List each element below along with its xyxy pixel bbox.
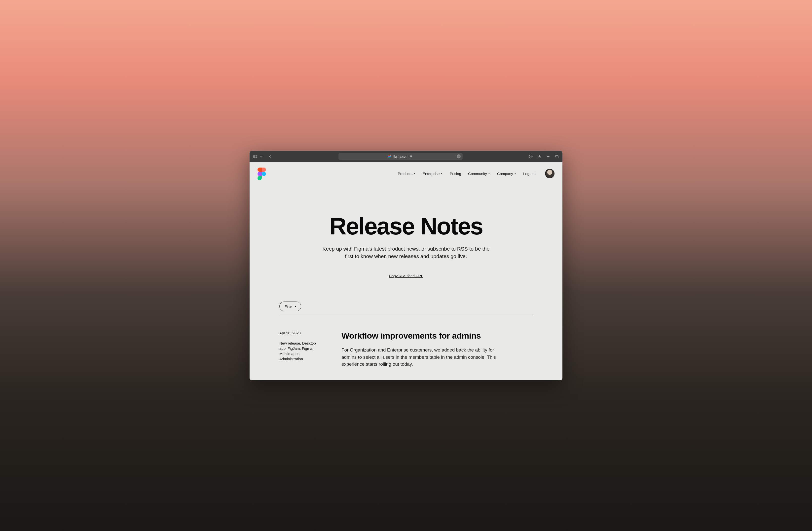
main-nav: Products▼ Enterprise▼ Pricing Community▼… [398, 169, 554, 178]
nav-label: Company [497, 171, 513, 176]
entry-body: Workflow improvements for admins For Org… [342, 331, 533, 368]
copy-rss-link[interactable]: Copy RSS feed URL [389, 274, 423, 278]
new-tab-icon[interactable] [546, 154, 550, 158]
svg-point-8 [459, 156, 459, 157]
hero: Release Notes Keep up with Figma's lates… [249, 180, 563, 296]
chevron-down-icon: ▼ [488, 172, 490, 175]
entry-title: Workflow improvements for admins [342, 331, 533, 340]
divider [279, 316, 533, 316]
nav-enterprise[interactable]: Enterprise▼ [423, 171, 443, 176]
svg-rect-16 [556, 156, 558, 158]
nav-label: Community [468, 171, 487, 176]
svg-point-9 [459, 156, 460, 157]
content-area: Filter ▾ Apr 20, 2023 New release, Deskt… [249, 296, 563, 380]
entry-date: Apr 20, 2023 [279, 331, 324, 335]
figma-favicon-icon [388, 155, 392, 158]
browser-window: figma.com [249, 151, 563, 380]
address-bar[interactable]: figma.com [338, 153, 463, 160]
page-subtitle: Keep up with Figma's latest product news… [322, 245, 490, 260]
release-entry: Apr 20, 2023 New release, Desktop app, F… [279, 331, 533, 375]
back-icon[interactable] [268, 154, 272, 158]
nav-company[interactable]: Company▼ [497, 171, 516, 176]
svg-point-3 [390, 155, 391, 156]
svg-point-17 [262, 172, 266, 176]
nav-products[interactable]: Products▼ [398, 171, 416, 176]
tabs-icon[interactable] [555, 154, 559, 158]
svg-rect-0 [253, 155, 257, 158]
filter-label: Filter [285, 304, 293, 308]
chevron-down-icon[interactable] [259, 154, 263, 158]
figma-logo[interactable] [258, 168, 266, 180]
entry-text: For Organization and Enterprise customer… [342, 347, 501, 368]
filter-button[interactable]: Filter ▾ [279, 302, 301, 311]
nav-pricing[interactable]: Pricing [450, 171, 461, 176]
chevron-down-icon: ▼ [514, 172, 516, 175]
chevron-down-icon: ▾ [295, 305, 296, 308]
lock-icon [410, 155, 412, 158]
browser-toolbar: figma.com [249, 151, 563, 162]
svg-point-5 [390, 156, 391, 157]
site-header: Products▼ Enterprise▼ Pricing Community▼… [249, 162, 563, 180]
address-domain: figma.com [393, 155, 408, 158]
entry-meta: Apr 20, 2023 New release, Desktop app, F… [279, 331, 324, 368]
svg-point-4 [388, 156, 390, 157]
more-icon[interactable] [456, 154, 461, 158]
entry-tags: New release, Desktop app, FigJam, Figma,… [279, 340, 324, 362]
downloads-icon[interactable] [529, 154, 533, 158]
nav-label: Enterprise [423, 171, 439, 176]
page-title: Release Notes [260, 214, 552, 238]
logout-link[interactable]: Log out [523, 171, 536, 176]
svg-point-6 [388, 157, 390, 158]
chevron-down-icon: ▼ [414, 172, 416, 175]
share-icon[interactable] [537, 154, 541, 158]
nav-label: Pricing [450, 171, 461, 176]
nav-label: Products [398, 171, 412, 176]
sidebar-toggle-icon[interactable] [253, 154, 257, 158]
svg-point-7 [458, 156, 458, 157]
svg-point-2 [388, 155, 390, 156]
avatar[interactable] [545, 169, 554, 178]
nav-community[interactable]: Community▼ [468, 171, 490, 176]
chevron-down-icon: ▼ [440, 172, 443, 175]
